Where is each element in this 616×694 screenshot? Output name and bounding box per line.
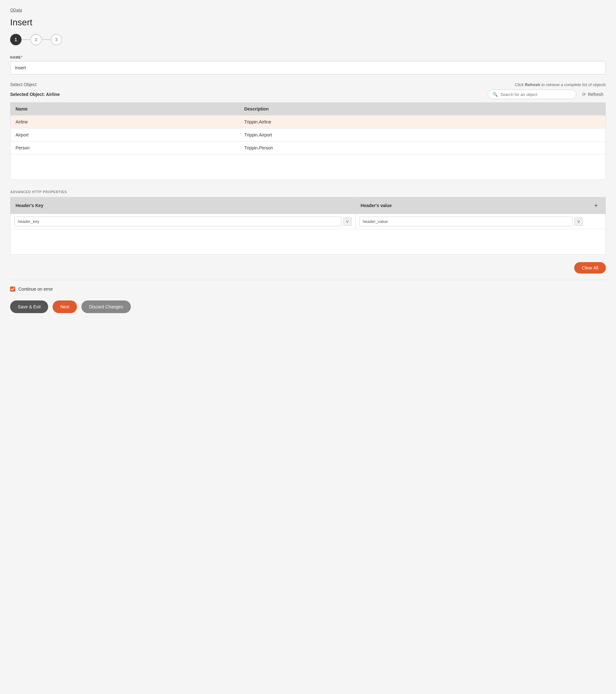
refresh-icon: ⟳ [582,92,586,97]
step-connector-2 [42,39,51,40]
search-input[interactable] [501,92,572,97]
http-key-cell[interactable]: V [11,214,356,229]
divider [10,280,606,280]
required-asterisk: * [21,55,22,59]
object-name-cell: Airline [11,115,239,129]
table-row[interactable]: Airport Trippin.Airport [11,129,606,142]
key-input-row: V [14,217,351,226]
http-table-row: V V [11,214,606,229]
footer-buttons: Save & Exit Next Discard Changes [10,300,606,313]
name-label: NAME* [10,55,606,59]
col-description-header: Description [239,103,605,115]
search-box[interactable]: 🔍 [488,90,576,99]
clear-all-button[interactable]: Clear All [574,262,606,274]
http-value-header: Header's value [355,197,586,214]
step-1: 1 [10,34,21,45]
search-refresh-row: 🔍 ⟳ Refresh [488,90,606,99]
select-object-label: Select Object [10,82,36,87]
header-value-input[interactable] [360,217,573,226]
search-icon: 🔍 [492,92,498,97]
continue-on-error-label: Continue on error [18,287,53,292]
http-section-title: ADVANCED HTTP PROPERTIES [10,190,606,194]
http-properties-section: ADVANCED HTTP PROPERTIES Header's Key He… [10,190,606,255]
add-column-header[interactable]: + [586,197,606,214]
value-input-row: V [360,217,583,226]
refresh-button[interactable]: ⟳ Refresh [580,91,606,98]
object-description-cell: Trippin.Person [239,142,605,154]
step-2: 2 [31,34,42,45]
http-value-cell[interactable]: V [355,214,586,229]
table-row-empty [11,154,606,180]
object-name-cell: Airport [11,129,239,142]
page-title: Insert [10,17,606,28]
select-object-header: Select Object Click Refresh to retrieve … [10,82,606,87]
steps-indicator: 1 2 3 [10,34,606,45]
table-row[interactable]: Person Trippin.Person [11,142,606,154]
key-var-button[interactable]: V [343,218,351,226]
http-table: Header's Key Header's value + V [10,197,606,255]
selected-object-row: Selected Object: Airline 🔍 ⟳ Refresh [10,90,606,99]
object-table: Name Description Airline Trippin.Airline… [10,102,606,180]
step-connector-1 [21,39,31,40]
http-action-cell [586,214,606,229]
save-exit-button[interactable]: Save & Exit [10,300,48,313]
name-input[interactable] [10,61,606,74]
select-object-section: Select Object Click Refresh to retrieve … [10,82,606,180]
discard-changes-button[interactable]: Discard Changes [81,300,130,313]
object-description-cell: Trippin.Airline [239,115,605,129]
breadcrumb[interactable]: OData [10,7,606,12]
step-3: 3 [51,34,62,45]
value-var-button[interactable]: V [575,218,583,226]
http-key-header: Header's Key [11,197,356,214]
continue-on-error-row: Continue on error [10,287,606,292]
header-key-input[interactable] [14,217,341,226]
refresh-hint: Click Refresh to retrieve a complete lis… [515,82,606,87]
continue-on-error-checkbox[interactable] [10,287,15,292]
col-name-header: Name [11,103,239,115]
selected-object-text: Selected Object: Airline [10,92,60,97]
clear-all-row: Clear All [10,262,606,274]
table-row[interactable]: Airline Trippin.Airline [11,115,606,129]
name-field-section: NAME* [10,55,606,74]
http-table-empty-row [11,229,606,255]
add-row-icon[interactable]: + [592,201,600,210]
object-description-cell: Trippin.Airport [239,129,605,142]
object-name-cell: Person [11,142,239,154]
next-button[interactable]: Next [53,300,77,313]
